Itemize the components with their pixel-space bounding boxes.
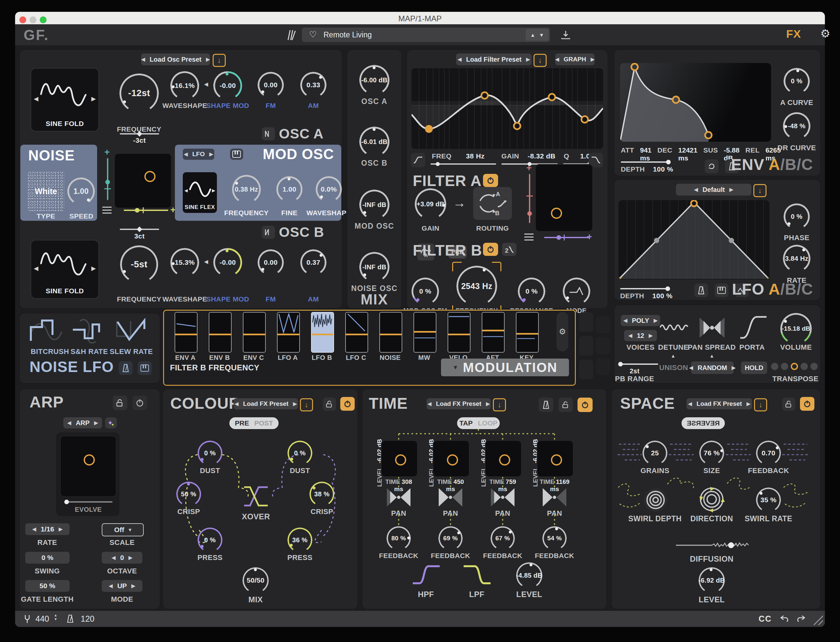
mod-tile-noise[interactable] (379, 312, 402, 353)
env-decay-value[interactable]: 12421 ms (678, 146, 697, 162)
arp-lock-icon[interactable] (113, 396, 127, 410)
osc-b-wave-display[interactable]: ◀ ▶ SINE FOLD (31, 240, 99, 299)
mod-tile-env-a[interactable] (175, 312, 198, 353)
next-osc-preset-icon[interactable]: ▶ (206, 57, 210, 62)
noise-mod-vslider[interactable] (107, 158, 108, 200)
colour-press-left-knob[interactable]: 0 % (198, 527, 222, 553)
arp-octave-selector[interactable]: ◀0▶ (102, 552, 143, 564)
pan-mode-selector[interactable]: ◀RANDOM▶ (691, 362, 734, 374)
modulation-target[interactable]: FILTER B FREQUENCY (170, 363, 259, 372)
filter-mod-vslider[interactable] (529, 174, 530, 223)
mix-osc-b-knob[interactable]: -6.01 dB (359, 126, 389, 157)
arp-pattern-selector[interactable]: ◀ARP▶ (63, 417, 102, 428)
mod-osc-frequency-knob[interactable]: 0.38 Hz (232, 175, 261, 204)
mod-tile-mw[interactable] (414, 312, 436, 353)
unison-label[interactable]: UNISON (659, 363, 688, 372)
time-hpf-icon[interactable] (412, 564, 441, 585)
noise-mod-amount-icon[interactable]: + (104, 147, 110, 157)
osc-b-fm-knob[interactable]: 0.00 (258, 249, 284, 276)
filter-pan-hslider[interactable] (544, 237, 590, 238)
lfo-a-tab[interactable]: A (769, 280, 780, 298)
space-feedback-knob[interactable]: 0.70 (756, 441, 781, 465)
tap2-feedback-knob[interactable]: 69 % (438, 526, 463, 550)
filter-b-modoscfm-knob[interactable]: 0 % (412, 277, 439, 305)
tap1-pad[interactable] (381, 440, 418, 477)
env-a-tab[interactable]: A (769, 156, 780, 173)
tap3-pan-icon[interactable] (490, 488, 515, 506)
hold-button[interactable]: HOLD (741, 362, 767, 374)
cc-button[interactable]: CC (759, 614, 772, 624)
tap4-pan-icon[interactable] (542, 488, 567, 506)
osc-a-am-knob[interactable]: 0.33 (300, 72, 326, 98)
diffusion-slider[interactable] (676, 541, 751, 550)
prev-osc-preset-icon[interactable]: ◀ (141, 57, 145, 62)
porta-icon[interactable] (738, 315, 768, 339)
filter-menu-icon[interactable] (524, 233, 534, 241)
space-size-knob[interactable]: 76 % (699, 441, 724, 465)
save-preset-icon[interactable] (560, 30, 571, 40)
arp-rate-selector[interactable]: ◀1/16▶ (25, 523, 70, 535)
osc-a-fm-knob[interactable]: 0.00 (258, 72, 284, 98)
transpose-dots[interactable] (771, 363, 818, 370)
direction-icon[interactable] (698, 486, 725, 513)
pan-spread-up-icon[interactable]: ▲ (709, 353, 714, 358)
eq-freq-slider[interactable] (430, 164, 496, 165)
modulation-header[interactable]: ▼ MODULATION (441, 358, 569, 376)
preset-up-icon[interactable]: ▲ (530, 32, 535, 38)
tap4-feedback-knob[interactable]: 54 % (542, 526, 567, 550)
filter-b-mode-knob[interactable] (563, 277, 590, 305)
volume-knob[interactable]: -15.18 dB (780, 313, 812, 344)
settings-gear-icon[interactable]: ⚙ (820, 27, 830, 40)
noise-xy-pad[interactable] (114, 153, 172, 208)
noise-lfo-keytrack-icon[interactable] (138, 361, 152, 375)
lfo-preset-selector[interactable]: ◀Default▶ (676, 184, 751, 196)
env-loop-icon[interactable] (705, 159, 718, 173)
pan-spread-icon[interactable] (699, 318, 725, 338)
osc-a-wave-prev-icon[interactable]: ◀ (34, 95, 38, 102)
mod-tile-lfo-b[interactable] (311, 312, 334, 353)
lfo-rate-knob[interactable]: 3.84 Hz (783, 245, 811, 272)
resize-grip[interactable] (812, 614, 823, 625)
osc-b-frequency-knob[interactable]: -5st (120, 245, 158, 284)
arp-power-button[interactable] (133, 396, 147, 410)
env-a-curve-knob[interactable]: 0 % (783, 68, 810, 94)
tuning-value[interactable]: 440 (36, 614, 49, 624)
lfo-sync-metronome-icon[interactable] (694, 284, 708, 297)
pb-range-slider[interactable] (619, 363, 658, 365)
swirl-rate-knob[interactable]: 35 % (756, 488, 781, 512)
lfo-display[interactable] (618, 200, 769, 279)
tap4-pad[interactable] (537, 440, 574, 477)
noise-menu-icon[interactable] (102, 207, 112, 214)
mod-osc-keys-icon[interactable] (230, 149, 243, 160)
mod-tile-lfo-c[interactable] (345, 312, 368, 353)
filter-mod-amount-icon[interactable]: + (526, 163, 532, 173)
filter-xy-cursor[interactable] (551, 208, 562, 219)
swirl-depth-icon[interactable] (643, 488, 668, 512)
colour-crisp-right-knob[interactable]: 38 % (310, 481, 334, 506)
transpose-active-dot[interactable] (791, 363, 798, 370)
detune-icon[interactable] (659, 321, 689, 331)
osc-b-shapemod-knob[interactable]: -0.00 (213, 248, 242, 277)
detune-up-icon[interactable]: ▲ (671, 353, 676, 358)
osc-b-wave-prev-icon[interactable]: ◀ (34, 265, 38, 272)
osc-a-shapemod-knob[interactable]: -0.00 (213, 71, 242, 100)
mod-tile-aft[interactable] (482, 312, 505, 353)
preset-prev-next[interactable]: ▲ ▼ (525, 29, 549, 41)
noise-speed-knob[interactable]: 1.00 (67, 177, 95, 205)
favorite-heart-icon[interactable]: ♡ (309, 29, 317, 40)
arp-gate-field[interactable]: 50 % (25, 580, 70, 592)
colour-press-right-knob[interactable]: 36 % (287, 527, 312, 553)
time-lpf-icon[interactable] (462, 564, 492, 585)
colour-dust-right-knob[interactable]: 0 % (287, 441, 312, 465)
filter-b-resonance-knob[interactable]: 0 % (518, 277, 545, 305)
preset-name[interactable]: Remote Living (324, 31, 372, 39)
mod-tile-env-b[interactable] (209, 312, 232, 353)
tuning-stepper[interactable]: ▲▼ (54, 613, 57, 621)
lfo-phase-knob[interactable]: 0 % (783, 203, 810, 230)
undo-icon[interactable] (780, 615, 790, 623)
filter-a-gain-knob[interactable]: +3.09 dB (415, 188, 446, 220)
space-grains-knob[interactable]: 25 (642, 441, 667, 465)
fx-page-button[interactable]: FX (786, 28, 801, 41)
lfo-bc-tabs[interactable]: /B/C (780, 280, 813, 298)
arp-generate-sparkle-icon[interactable]: ✦✦ (105, 417, 117, 428)
